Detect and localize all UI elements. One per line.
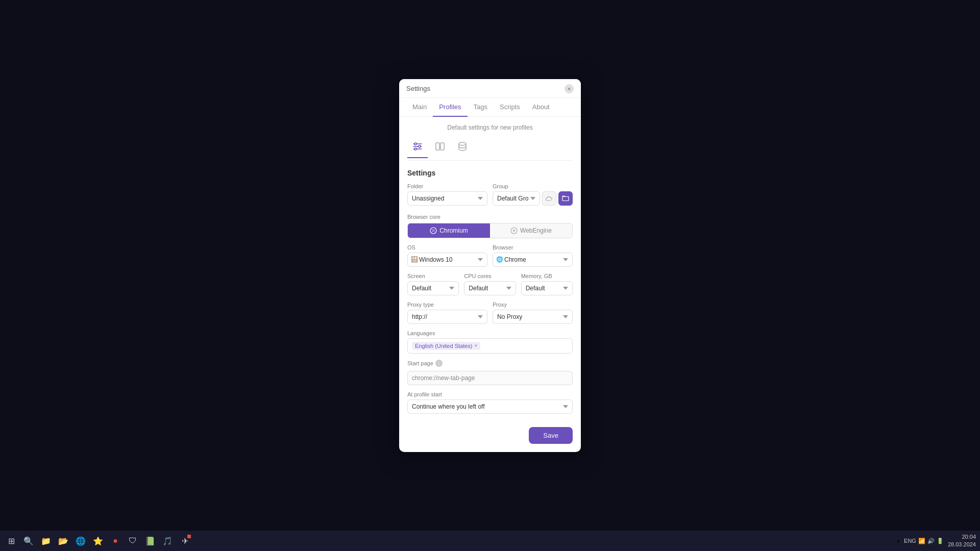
proxy-row: Proxy type http:// Proxy No Proxy [407, 302, 573, 324]
icon-tab-database[interactable] [452, 138, 473, 158]
subtitle: Default settings for new profiles [407, 124, 573, 131]
start-page-label-row: Start page i [407, 360, 573, 367]
svg-rect-6 [436, 143, 439, 150]
system-tray: ENG 📶 🔊 🔋 [904, 538, 944, 544]
cpu-group: CPU cores Default [464, 273, 516, 295]
os-select[interactable]: Windows 10 [407, 253, 487, 267]
group-with-icons: Default Group [493, 191, 573, 206]
svg-point-3 [414, 143, 416, 145]
start-page-input[interactable] [407, 371, 573, 385]
star-app[interactable]: ⭐ [91, 534, 105, 548]
os-label: OS [407, 244, 487, 251]
folder-button[interactable]: 📂 [56, 534, 70, 548]
os-group: OS 🪟 Windows 10 [407, 244, 487, 267]
start-page-group: Start page i [407, 360, 573, 385]
lang-tag-en-us: English (United States) × [412, 342, 480, 350]
screen-select[interactable]: Default [407, 281, 459, 295]
browser-select[interactable]: Chrome [493, 253, 573, 267]
screen-cpu-memory-row: Screen Default CPU cores Default Memory,… [407, 273, 573, 295]
note-app[interactable]: 📗 [143, 534, 157, 548]
languages-group: Languages English (United States) × [407, 330, 573, 354]
tab-about[interactable]: About [526, 98, 556, 117]
tab-profiles[interactable]: Profiles [433, 98, 467, 117]
music-app[interactable]: 🎵 [160, 534, 175, 548]
start-button[interactable]: ⊞ [4, 534, 18, 548]
cpu-select[interactable]: Default [464, 281, 516, 295]
lang-tag-close[interactable]: × [475, 343, 478, 348]
red-app[interactable]: ● [108, 534, 122, 548]
tray-expand[interactable]: ∧ [896, 538, 900, 544]
telegram-app[interactable]: ✈ [178, 534, 192, 548]
memory-group: Memory, GB Default [521, 273, 573, 295]
settings-dialog: Settings × Main Profiles Tags Scripts Ab… [399, 79, 581, 452]
close-button[interactable]: × [565, 84, 574, 93]
proxy-group: Proxy No Proxy [493, 302, 573, 324]
save-button[interactable]: Save [529, 427, 573, 444]
icon-tab-columns[interactable] [430, 138, 450, 158]
screen-label: Screen [407, 273, 459, 279]
shield-app[interactable]: 🛡 [126, 534, 140, 548]
taskbar-left: ⊞ 🔍 📁 📂 🌐 ⭐ ● 🛡 📗 🎵 ✈ [4, 534, 192, 548]
proxy-type-label: Proxy type [407, 302, 487, 308]
dialog-footer: Save [399, 422, 581, 452]
chrome-taskbar[interactable]: 🌐 [74, 534, 88, 548]
languages-label: Languages [407, 330, 573, 336]
browser-core-chromium[interactable]: Chromium [408, 223, 490, 238]
folder-label: Folder [407, 183, 487, 189]
folder-group: Folder Unassigned [407, 183, 487, 206]
dialog-titlebar: Settings × [399, 79, 581, 98]
icon-tab-settings[interactable] [407, 138, 428, 158]
svg-rect-7 [440, 143, 444, 150]
languages-field[interactable]: English (United States) × [407, 338, 573, 354]
tab-tags[interactable]: Tags [468, 98, 494, 117]
svg-point-10 [432, 229, 435, 232]
proxy-label: Proxy [493, 302, 573, 308]
group-select[interactable]: Default Group [493, 191, 540, 206]
folder-group-row: Folder Unassigned Group Default Group [407, 183, 573, 206]
svg-point-5 [414, 148, 416, 150]
start-page-info-icon[interactable]: i [435, 360, 443, 367]
search-button[interactable]: 🔍 [21, 534, 36, 548]
proxy-type-select[interactable]: http:// [407, 310, 487, 324]
browser-select-wrapper: 🌐 Chrome [493, 253, 573, 267]
lang-indicator: ENG [904, 538, 916, 544]
dialog-title: Settings [406, 85, 430, 92]
at-profile-start-label: At profile start [407, 391, 573, 397]
time-display: 20:04 [962, 533, 976, 541]
at-profile-start-group: At profile start Continue where you left… [407, 391, 573, 414]
browser-core-toggle: Chromium WebEngine [407, 223, 573, 238]
tab-scripts[interactable]: Scripts [494, 98, 526, 117]
os-browser-row: OS 🪟 Windows 10 Browser 🌐 [407, 244, 573, 267]
taskbar-right: ∧ ENG 📶 🔊 🔋 20:04 28.03.2024 [896, 533, 976, 549]
memory-select[interactable]: Default [521, 281, 573, 295]
group-folder-btn[interactable] [558, 191, 573, 206]
taskbar-time: 20:04 28.03.2024 [948, 533, 976, 549]
at-profile-start-select[interactable]: Continue where you left off [407, 399, 573, 414]
settings-title: Settings [407, 169, 573, 177]
proxy-type-group: Proxy type http:// [407, 302, 487, 324]
tab-bar: Main Profiles Tags Scripts About [399, 98, 581, 117]
tab-main[interactable]: Main [406, 98, 433, 117]
screen-group: Screen Default [407, 273, 459, 295]
browser-core-row: Browser core Chromium WebEngine [407, 212, 573, 238]
svg-point-4 [419, 145, 421, 147]
battery-icon: 🔋 [937, 538, 944, 544]
group-form-group: Group Default Group [493, 183, 573, 206]
memory-label: Memory, GB [521, 273, 573, 279]
folder-select[interactable]: Unassigned [407, 191, 487, 206]
browser-core-label: Browser core [407, 214, 440, 220]
date-display: 28.03.2024 [948, 541, 976, 548]
proxy-select[interactable]: No Proxy [493, 310, 573, 324]
cpu-label: CPU cores [464, 273, 516, 279]
browser-label: Browser [493, 244, 573, 251]
wifi-icon: 📶 [918, 538, 925, 544]
volume-icon: 🔊 [927, 538, 935, 544]
browser-core-webengine[interactable]: WebEngine [490, 223, 572, 238]
file-explorer-button[interactable]: 📁 [39, 534, 53, 548]
browser-group: Browser 🌐 Chrome [493, 244, 573, 267]
dialog-overlay: Settings × Main Profiles Tags Scripts Ab… [0, 0, 980, 531]
group-cloud-btn[interactable] [542, 191, 556, 206]
group-label: Group [493, 183, 573, 189]
dialog-content: Default settings for new profiles [399, 117, 581, 422]
icon-tabs [407, 138, 573, 161]
